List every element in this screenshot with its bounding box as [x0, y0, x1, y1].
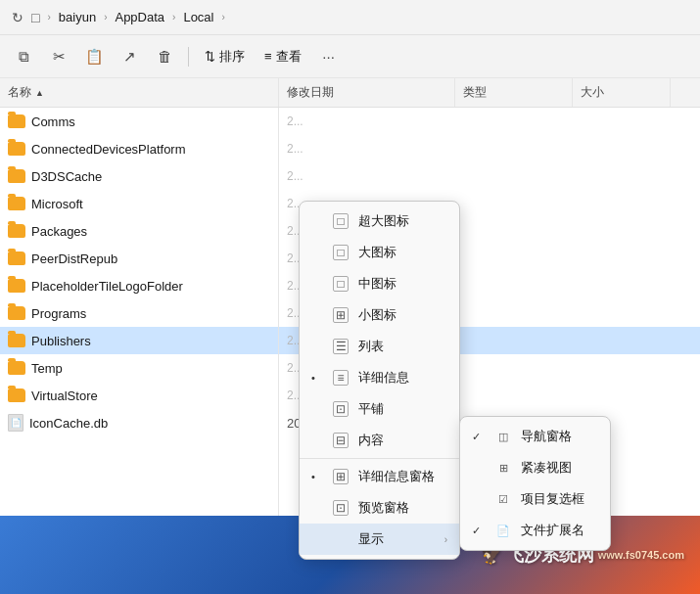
list-item[interactable]: VirtualStore [0, 382, 278, 409]
toolbar: ⧉ ✂ 📋 ↗ 🗑 ⇅ 排序 ≡ 查看 ··· [0, 35, 700, 78]
menu-item-tile[interactable]: ⊡平铺 [300, 393, 459, 425]
breadcrumb-chevron: › [47, 12, 50, 23]
submenu-item-compact[interactable]: ⊞紧凑视图 [460, 452, 610, 483]
submenu-item-extensions[interactable]: ✓📄文件扩展名 [460, 515, 610, 546]
file-name: Microsoft [31, 197, 270, 211]
file-name: VirtualStore [31, 388, 270, 403]
menu-label-show: 显示 [358, 530, 435, 548]
submenu-icon-compact: ⊞ [495, 460, 511, 476]
menu-item-medium-icon[interactable]: □中图标 [300, 268, 459, 299]
menu-item-preview-pane[interactable]: ⊡预览窗格 [300, 492, 459, 524]
folder-icon [8, 334, 25, 347]
menu-label-large-icon: 大图标 [358, 244, 447, 261]
menu-label-tile: 平铺 [358, 400, 447, 418]
col-header-date[interactable]: 修改日期 [279, 78, 455, 107]
sort-button[interactable]: ⇅ 排序 [197, 41, 253, 72]
file-name: Comms [31, 114, 270, 129]
menu-item-content[interactable]: ⊟内容 [300, 425, 459, 456]
submenu-label-checkbox: 项目复选框 [521, 490, 584, 508]
toolbar-separator [188, 47, 189, 67]
sort-icon: ⇅ [205, 49, 215, 64]
menu-label-huge-icon: 超大图标 [358, 212, 447, 230]
menu-item-show[interactable]: 显示› [300, 524, 459, 555]
list-item[interactable]: Programs [0, 299, 278, 327]
menu-item-detail[interactable]: •≡详细信息 [300, 362, 459, 393]
list-item[interactable]: Microsoft [0, 190, 278, 217]
menu-item-detail-pane[interactable]: •⊞详细信息窗格 [300, 461, 459, 492]
submenu-label-compact: 紧凑视图 [521, 459, 572, 477]
submenu-icon-checkbox: ☑ [495, 491, 511, 507]
menu-item-large-icon[interactable]: □大图标 [300, 237, 459, 268]
submenu-label-extensions: 文件扩展名 [521, 522, 584, 539]
breadcrumb-local[interactable]: Local [183, 10, 213, 24]
copy-button[interactable]: ⧉ [8, 41, 39, 72]
file-date-partial: 2... [287, 114, 303, 128]
file-name: Programs [31, 306, 270, 321]
list-item[interactable]: PeerDistRepub [0, 245, 278, 272]
menu-label-list: 列表 [358, 338, 447, 355]
folder-icon [8, 142, 25, 156]
view-button[interactable]: ≡ 查看 [257, 41, 309, 72]
list-item[interactable]: PlaceholderTileLogoFolder [0, 272, 278, 299]
col-header-size[interactable]: 大小 [573, 78, 671, 107]
folder-icon [8, 306, 25, 320]
menu-icon-tile: ⊡ [333, 401, 349, 417]
col-header-name[interactable]: 名称 ▲ [0, 78, 279, 107]
breadcrumb-appdata[interactable]: AppData [115, 10, 164, 24]
menu-label-detail: 详细信息 [358, 369, 447, 387]
file-name: D3DSCache [31, 169, 270, 184]
column-headers: 名称 ▲ 修改日期 类型 大小 [0, 78, 700, 108]
menu-label-content: 内容 [358, 432, 447, 449]
submenu-item-nav-pane[interactable]: ✓◫导航窗格 [460, 421, 610, 452]
folder-icon [8, 114, 25, 128]
file-name: IconCache.db [29, 416, 270, 431]
detail-row: 2... [279, 108, 700, 135]
share-button[interactable]: ↗ [114, 41, 145, 72]
menu-icon-preview-pane: ⊡ [333, 500, 349, 516]
list-item[interactable]: D3DSCache [0, 162, 278, 190]
list-item[interactable]: ConnectedDevicesPlatform [0, 135, 278, 162]
more-button[interactable]: ··· [313, 41, 345, 72]
menu-item-list[interactable]: ☰列表 [300, 331, 459, 362]
list-item[interactable]: Publishers [0, 327, 278, 354]
menu-label-small-icon: 小图标 [358, 306, 447, 324]
submenu-icon-extensions: 📄 [495, 523, 511, 538]
folder-icon [8, 361, 25, 375]
menu-icon-detail: ≡ [333, 370, 349, 386]
menu-arrow-show: › [444, 534, 447, 545]
folder-icon [8, 279, 25, 293]
col-header-type[interactable]: 类型 [455, 78, 573, 107]
menu-item-small-icon[interactable]: ⊞小图标 [300, 299, 459, 331]
sort-asc-icon: ▲ [35, 88, 44, 98]
file-icon: 📄 [8, 414, 23, 432]
breadcrumb-baiyun[interactable]: baiyun [59, 10, 96, 24]
delete-button[interactable]: 🗑 [149, 41, 180, 72]
detail-row: 2... [279, 135, 700, 162]
view-icon: ≡ [264, 49, 272, 64]
menu-item-huge-icon[interactable]: □超大图标 [300, 206, 459, 237]
menu-icon-small-icon: ⊞ [333, 307, 349, 323]
monitor-icon: □ [31, 10, 39, 25]
folder-icon [8, 197, 25, 210]
sort-label: 排序 [219, 48, 245, 66]
menu-check-detail-pane: • [311, 471, 323, 482]
folder-icon [8, 388, 25, 402]
list-item[interactable]: Comms [0, 108, 278, 135]
file-name: ConnectedDevicesPlatform [31, 142, 270, 157]
menu-label-detail-pane: 详细信息窗格 [358, 468, 447, 485]
list-item[interactable]: Packages [0, 217, 278, 245]
file-name: Packages [31, 224, 270, 239]
paste-button[interactable]: 📋 [78, 41, 110, 72]
file-name: PlaceholderTileLogoFolder [31, 279, 270, 294]
cut-button[interactable]: ✂ [43, 41, 74, 72]
submenu-item-checkbox[interactable]: ☑项目复选框 [460, 483, 610, 515]
menu-check-detail: • [311, 372, 323, 384]
list-item[interactable]: 📄IconCache.db [0, 409, 278, 436]
file-date-partial: 2... [287, 142, 303, 156]
view-label: 查看 [276, 48, 302, 66]
refresh-button[interactable]: ↻ [12, 10, 23, 25]
menu-icon-huge-icon: □ [333, 213, 349, 229]
menu-icon-detail-pane: ⊞ [333, 469, 349, 484]
watermark-url: www.fs0745.com [598, 549, 684, 561]
list-item[interactable]: Temp [0, 354, 278, 382]
